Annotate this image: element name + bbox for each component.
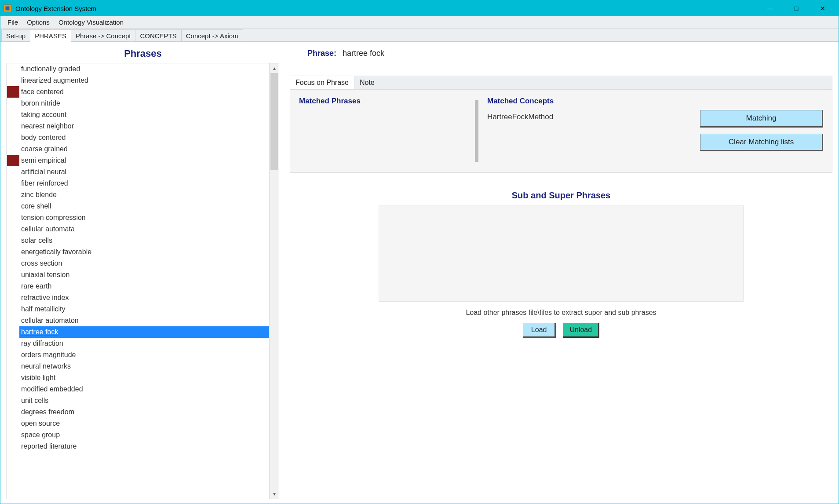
phrase-text: half metallicity <box>19 305 67 313</box>
matching-buttons: Matching Clear Matching lists <box>700 97 823 151</box>
tab-concept-to-axiom[interactable]: Concept -> Axiom <box>181 29 243 41</box>
phrase-row[interactable]: nearest neighbor <box>7 121 269 132</box>
phrase-marker <box>7 406 19 418</box>
phrase-marker <box>7 372 19 383</box>
tab-phrase-to-concept[interactable]: Phrase -> Concept <box>71 29 136 41</box>
phrase-marker <box>7 132 19 143</box>
phrase-row[interactable]: rare earth <box>7 281 269 292</box>
phrase-row[interactable]: ray diffraction <box>7 338 269 349</box>
load-button[interactable]: Load <box>523 323 556 338</box>
phrase-row[interactable]: fiber reinforced <box>7 178 269 189</box>
phrase-row[interactable]: semi empirical <box>7 155 269 166</box>
phrase-row[interactable]: functionally graded <box>7 63 269 75</box>
phrase-text: boron nitride <box>19 99 62 107</box>
phrase-text: face centered <box>19 88 66 96</box>
phrase-text: cellular automata <box>19 225 77 233</box>
panel-divider[interactable] <box>475 100 478 162</box>
phrase-row[interactable]: uniaxial tension <box>7 269 269 281</box>
svg-rect-1 <box>6 7 10 11</box>
scroll-up-icon[interactable]: ▴ <box>270 63 279 73</box>
phrase-scrollbar[interactable]: ▴ ▾ <box>269 63 279 499</box>
menu-options[interactable]: Options <box>22 17 54 27</box>
phrase-row[interactable]: artificial neural <box>7 166 269 178</box>
sub-super-box <box>379 205 744 302</box>
matched-phrases-column: Matched Phrases <box>299 97 466 112</box>
unload-button[interactable]: Unload <box>563 323 599 338</box>
phrase-marker <box>7 223 19 235</box>
matched-concepts-header: Matched Concepts <box>487 97 691 106</box>
phrase-row[interactable]: hartree fock <box>7 326 269 338</box>
phrase-row[interactable]: space group <box>7 429 269 441</box>
phrase-marker <box>7 292 19 303</box>
phrase-text: solar cells <box>19 237 54 245</box>
content-area: Phrases functionally gradedlinearized au… <box>0 42 839 504</box>
phrase-marker <box>7 86 19 98</box>
phrase-row[interactable]: refractive index <box>7 292 269 303</box>
phrase-marker <box>7 315 19 326</box>
phrase-marker <box>7 246 19 258</box>
phrase-row[interactable]: taking account <box>7 109 269 121</box>
tab-phrases[interactable]: PHRASES <box>30 29 71 42</box>
close-button[interactable]: ✕ <box>810 0 836 16</box>
phrase-row[interactable]: solar cells <box>7 235 269 246</box>
clear-matching-button[interactable]: Clear Matching lists <box>700 134 823 151</box>
minimize-button[interactable]: — <box>757 0 783 16</box>
phrase-row[interactable]: tension compression <box>7 212 269 223</box>
phrase-row[interactable]: orders magnitude <box>7 349 269 361</box>
phrase-listbox[interactable]: functionally gradedlinearized augmentedf… <box>7 63 279 499</box>
tab-concepts[interactable]: CONCEPTS <box>135 29 181 41</box>
tab-setup[interactable]: Set-up <box>1 29 30 41</box>
phrase-marker <box>7 143 19 155</box>
phrase-row[interactable]: half metallicity <box>7 303 269 315</box>
phrase-row[interactable]: zinc blende <box>7 189 269 201</box>
phrase-row[interactable]: coarse grained <box>7 143 269 155</box>
phrase-text: coarse grained <box>19 145 69 153</box>
matching-button[interactable]: Matching <box>700 110 823 128</box>
phrase-row[interactable]: body centered <box>7 132 269 143</box>
phrase-row[interactable]: core shell <box>7 201 269 212</box>
phrase-row[interactable]: energetically favorable <box>7 246 269 258</box>
phrase-row[interactable]: cellular automaton <box>7 315 269 326</box>
phrase-row[interactable]: open source <box>7 418 269 429</box>
phrase-row[interactable]: unit cells <box>7 395 269 406</box>
phrase-marker <box>7 98 19 109</box>
subtab-note[interactable]: Note <box>354 76 380 89</box>
phrase-marker <box>7 383 19 395</box>
titlebar: Ontology Extension System — □ ✕ <box>0 0 839 16</box>
phrase-row[interactable]: linearized augmented <box>7 75 269 86</box>
phrase-row[interactable]: boron nitride <box>7 98 269 109</box>
phrase-marker <box>7 281 19 292</box>
current-phrase-line: Phrase: hartree fock <box>307 49 832 58</box>
phrase-marker <box>7 155 19 166</box>
phrase-row[interactable]: face centered <box>7 86 269 98</box>
phrase-marker <box>7 75 19 86</box>
phrase-marker <box>7 338 19 349</box>
phrase-text: functionally graded <box>19 65 82 73</box>
phrase-row[interactable]: reported literature <box>7 441 269 452</box>
matched-concept-item[interactable]: HartreeFockMethod <box>487 112 691 122</box>
scroll-down-icon[interactable]: ▾ <box>270 489 279 499</box>
maximize-button[interactable]: □ <box>783 0 810 16</box>
phrase-row[interactable]: modified embedded <box>7 383 269 395</box>
phrase-marker <box>7 63 19 75</box>
phrase-marker <box>7 121 19 132</box>
phrase-text: zinc blende <box>19 191 58 199</box>
phrase-text: degrees freedom <box>19 408 76 416</box>
phrase-text: ray diffraction <box>19 340 65 347</box>
subtab-focus[interactable]: Focus on Phrase <box>290 76 354 89</box>
phrase-row[interactable]: neural networks <box>7 361 269 372</box>
phrase-row[interactable]: cross section <box>7 258 269 269</box>
phrase-row[interactable]: visible light <box>7 372 269 383</box>
phrase-marker <box>7 235 19 246</box>
menu-ontology-visualization[interactable]: Ontology Visualization <box>54 17 128 27</box>
phrase-text: artificial neural <box>19 168 68 176</box>
scroll-thumb[interactable] <box>270 73 278 170</box>
phrase-marker <box>7 361 19 372</box>
phrase-text: neural networks <box>19 362 73 370</box>
detail-subtabs: Focus on Phrase Note <box>290 76 832 89</box>
phrases-pane: Phrases functionally gradedlinearized au… <box>7 46 279 499</box>
phrase-row[interactable]: degrees freedom <box>7 406 269 418</box>
menu-file[interactable]: File <box>3 17 22 27</box>
phrase-row[interactable]: cellular automata <box>7 223 269 235</box>
phrase-text: taking account <box>19 111 68 119</box>
